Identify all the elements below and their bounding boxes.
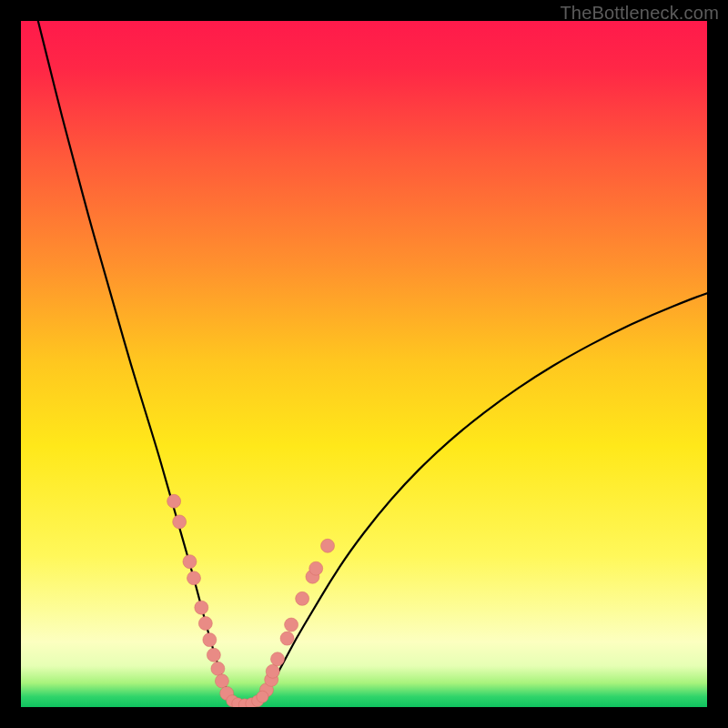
data-dot: [285, 618, 298, 632]
watermark-text: TheBottleneck.com: [560, 3, 719, 24]
data-dot: [266, 664, 279, 678]
gradient-background: [21, 21, 707, 707]
data-dot: [195, 601, 208, 614]
data-dot: [203, 633, 217, 647]
data-dot: [309, 561, 323, 575]
chart-frame: TheBottleneck.com: [0, 0, 728, 728]
data-dot: [257, 691, 268, 703]
data-dot: [198, 617, 212, 631]
data-dot: [183, 555, 197, 569]
data-dot: [215, 674, 228, 688]
data-dot: [211, 662, 225, 675]
data-dot: [321, 539, 335, 552]
data-dot: [167, 494, 181, 508]
data-dot: [280, 632, 294, 645]
data-dot: [207, 648, 220, 662]
data-dot: [173, 515, 187, 529]
data-dot: [187, 571, 201, 585]
plot-area: [21, 21, 707, 707]
data-dot: [296, 592, 309, 605]
data-dot: [271, 652, 285, 666]
plot-svg: [21, 21, 707, 707]
